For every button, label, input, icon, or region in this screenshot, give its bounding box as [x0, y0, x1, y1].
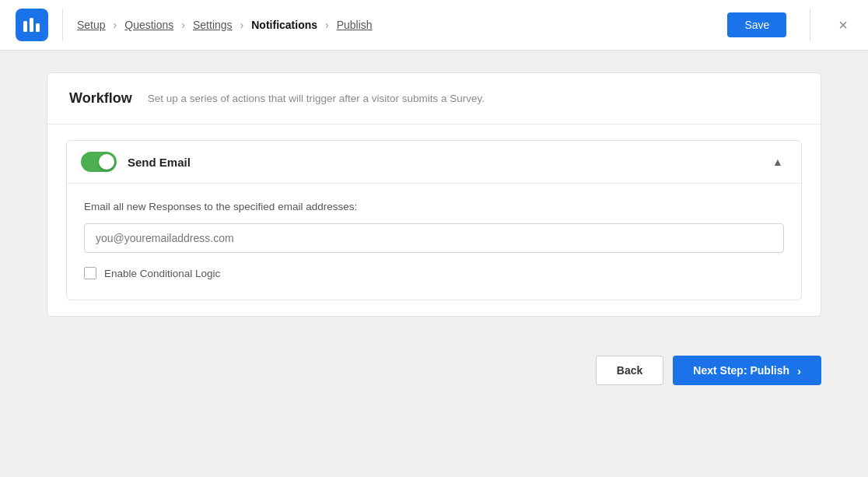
next-step-button[interactable]: Next Step: Publish › — [673, 356, 821, 385]
email-description: Email all new Responses to the specified… — [84, 201, 784, 212]
breadcrumb-notifications: Notifications — [251, 19, 317, 31]
header-divider — [62, 9, 63, 40]
conditional-logic-label[interactable]: Enable Conditional Logic — [104, 268, 220, 279]
workflow-card: Workflow Set up a series of actions that… — [47, 72, 821, 317]
app-header: Setup › Questions › Settings › Notificat… — [0, 0, 868, 51]
separator-1: › — [114, 19, 117, 31]
breadcrumb-setup[interactable]: Setup — [77, 19, 106, 31]
svg-rect-2 — [36, 23, 40, 32]
workflow-subtitle: Set up a series of actions that will tri… — [148, 93, 485, 104]
close-button[interactable]: × — [834, 14, 852, 36]
header-actions: Save × — [727, 9, 852, 40]
footer-actions: Back Next Step: Publish › — [0, 338, 868, 385]
next-step-label: Next Step: Publish — [693, 364, 789, 377]
next-step-arrow-icon: › — [797, 364, 801, 377]
back-button[interactable]: Back — [596, 356, 663, 385]
workflow-header: Workflow Set up a series of actions that… — [47, 73, 821, 125]
separator-4: › — [325, 19, 329, 31]
separator-3: › — [240, 19, 244, 31]
collapse-button[interactable]: ▲ — [768, 153, 787, 171]
breadcrumb-publish[interactable]: Publish — [337, 19, 373, 31]
save-button[interactable]: Save — [727, 12, 786, 37]
header-divider-2 — [810, 9, 810, 40]
send-email-label-group: Send Email — [81, 152, 191, 172]
send-email-body: Email all new Responses to the specified… — [67, 184, 801, 300]
separator-2: › — [181, 19, 185, 31]
send-email-header: Send Email ▲ — [67, 141, 801, 184]
conditional-logic-row: Enable Conditional Logic — [84, 267, 784, 279]
main-content: Workflow Set up a series of actions that… — [0, 51, 868, 338]
app-logo — [16, 9, 48, 41]
breadcrumb: Setup › Questions › Settings › Notificat… — [77, 19, 727, 31]
workflow-title: Workflow — [69, 90, 132, 107]
send-email-block: Send Email ▲ Email all new Responses to … — [66, 140, 802, 300]
conditional-logic-checkbox[interactable] — [84, 267, 96, 279]
svg-rect-0 — [23, 21, 27, 32]
svg-rect-1 — [30, 18, 33, 32]
send-email-text: Send Email — [128, 156, 191, 169]
toggle-knob — [99, 154, 114, 170]
breadcrumb-settings[interactable]: Settings — [193, 19, 233, 31]
breadcrumb-questions[interactable]: Questions — [124, 19, 173, 31]
send-email-toggle[interactable] — [81, 152, 117, 172]
email-input[interactable] — [84, 223, 784, 253]
